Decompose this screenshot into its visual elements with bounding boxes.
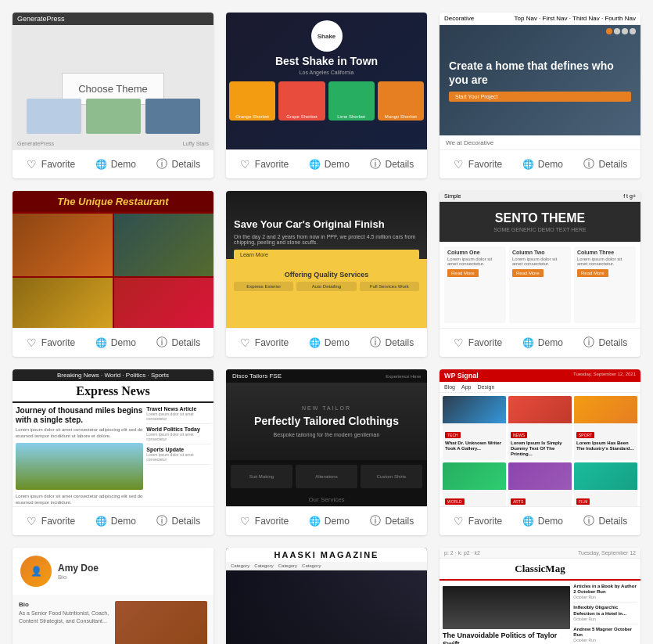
classic-sidebar-item-1: Articles in a Book by Author 2 October R… bbox=[573, 584, 637, 603]
classic-sidebar: Articles in a Book by Author 2 October R… bbox=[573, 584, 637, 644]
details-button-sento[interactable]: Details bbox=[578, 335, 632, 351]
favorite-button-expressnews[interactable]: Favorite bbox=[21, 513, 80, 529]
demo-button-shake[interactable]: Demo bbox=[304, 157, 354, 172]
theme-preview-amydoe[interactable]: 👤 Amy Doe Bio Bio As a Senior Food Nutri… bbox=[13, 548, 213, 644]
demo-button-generatepress[interactable]: Demo bbox=[91, 157, 141, 172]
favorite-button-car[interactable]: Favorite bbox=[235, 335, 293, 351]
favorite-button-decorative[interactable]: Favorite bbox=[448, 157, 507, 172]
favorite-button-shake[interactable]: Favorite bbox=[235, 157, 293, 172]
wp-nav: Blog App Design bbox=[440, 382, 640, 393]
theme-actions-sento: Favorite Demo Details bbox=[440, 328, 640, 357]
theme-preview-haaski[interactable]: HAASKI MAGAZINE Category Category Catego… bbox=[226, 548, 427, 644]
demo-button-expressnews[interactable]: Demo bbox=[91, 513, 141, 529]
theme-actions-discotailors: Favorite Demo Details bbox=[226, 506, 427, 535]
favorite-button-wpsignal[interactable]: Favorite bbox=[448, 513, 507, 529]
theme-card-sento: Simple f t g+ SENTO THEME SOME GENERIC D… bbox=[440, 191, 640, 357]
theme-actions-shake: Favorite Demo Details bbox=[226, 149, 427, 178]
details-label: Details bbox=[598, 516, 627, 527]
demo-button-discotailors[interactable]: Demo bbox=[304, 513, 354, 529]
sento-btn-1[interactable]: Read More bbox=[447, 269, 479, 277]
drink-label-2: Grape Sherbet bbox=[278, 114, 325, 119]
car-top: Save Your Car's Original Finish On the d… bbox=[226, 191, 427, 266]
details-button-wpsignal[interactable]: Details bbox=[578, 513, 632, 529]
favorite-label: Favorite bbox=[255, 337, 289, 348]
gp-preview-label: Choose Theme bbox=[78, 83, 148, 95]
car-bottom: Offering Quality Services Express Exteri… bbox=[226, 266, 427, 328]
sento-btn-2[interactable]: Read More bbox=[512, 269, 544, 277]
wp-headline-3: Lorem Ipsum Has Been The Industry's Stan… bbox=[576, 441, 635, 452]
wp-badge-1: TECH bbox=[445, 432, 461, 438]
news-headline: Journey of thousand miles begins with a … bbox=[16, 406, 143, 425]
favorite-button-sento[interactable]: Favorite bbox=[448, 335, 507, 351]
demo-button-car[interactable]: Demo bbox=[304, 335, 354, 351]
theme-preview-discotailors[interactable]: Disco Tailors FSE Experience Here New Ta… bbox=[226, 369, 427, 506]
resto-img-4 bbox=[114, 278, 214, 328]
theme-preview-expressnews[interactable]: Breaking News · World · Politics · Sport… bbox=[13, 369, 213, 506]
car-subtitle: On the day 2 and 2 years from now in PPF… bbox=[234, 234, 419, 245]
theme-preview-decorative[interactable]: Decorative Top Nav · First Nav · Third N… bbox=[440, 13, 640, 149]
demo-button-sento[interactable]: Demo bbox=[518, 335, 568, 351]
car-cta[interactable]: Learn More bbox=[234, 250, 419, 260]
favorite-button-discotailors[interactable]: Favorite bbox=[235, 513, 293, 529]
disco-headline: Perfectly Tailored Clothings bbox=[254, 414, 399, 428]
heart-icon bbox=[239, 158, 252, 171]
heart-icon bbox=[26, 158, 38, 171]
sento-col-2: Column Two Lorem ipsum dolor sit amet co… bbox=[509, 246, 571, 323]
globe-icon bbox=[522, 336, 535, 349]
theme-preview-restaurant[interactable]: The Unique Restaurant bbox=[13, 191, 213, 328]
wp-badge-6: FILM bbox=[576, 498, 590, 505]
details-button-car[interactable]: Details bbox=[364, 335, 418, 351]
drink-label-3: Lime Sherbet bbox=[328, 114, 375, 119]
demo-label: Demo bbox=[325, 337, 350, 348]
sento-col-text-2: Lorem ipsum dolor sit amet consectetur. bbox=[512, 257, 568, 266]
classic-logo: ClassicMag bbox=[515, 563, 565, 575]
gp-footer-left: GeneratePress bbox=[17, 141, 54, 146]
disco-tag: New Tailor bbox=[302, 405, 351, 411]
details-label: Details bbox=[385, 337, 414, 348]
details-button-generatepress[interactable]: Details bbox=[151, 157, 205, 172]
sento-col-title-3: Column Three bbox=[577, 250, 633, 255]
globe-icon bbox=[309, 158, 321, 171]
globe-icon bbox=[95, 158, 108, 171]
theme-card-amydoe: 👤 Amy Doe Bio Bio As a Senior Food Nutri… bbox=[13, 548, 213, 644]
wp-img-4 bbox=[443, 462, 506, 490]
theme-preview-shake[interactable]: Shake Best Shake in Town Los Angeles Cal… bbox=[226, 13, 427, 149]
classic-main-img bbox=[443, 586, 570, 629]
sento-btn-3[interactable]: Read More bbox=[577, 269, 608, 277]
favorite-button-restaurant[interactable]: Favorite bbox=[21, 335, 80, 351]
demo-button-decorative[interactable]: Demo bbox=[518, 157, 568, 172]
disco-nav: Experience Here bbox=[386, 374, 421, 379]
favorite-label: Favorite bbox=[468, 159, 502, 170]
gp-thumb-2 bbox=[86, 99, 141, 134]
details-button-decorative[interactable]: Details bbox=[578, 157, 632, 172]
drink-label-4: Mango Sherbet bbox=[378, 114, 424, 119]
info-icon bbox=[583, 158, 595, 171]
gp-footer: GeneratePress Luffy Stars bbox=[13, 141, 213, 146]
demo-button-restaurant[interactable]: Demo bbox=[91, 335, 141, 351]
details-button-shake[interactable]: Details bbox=[364, 157, 418, 172]
theme-actions-decorative: Favorite Demo Details bbox=[440, 149, 640, 178]
wp-text-3: SPORT Lorem Ipsum Has Been The Industry'… bbox=[574, 423, 637, 454]
deco-cta[interactable]: Start Your Project bbox=[449, 92, 631, 102]
wp-badge-2: NEWS bbox=[511, 432, 527, 438]
wp-headline-1: What Dr. Unknown Writer Took A Gallery..… bbox=[445, 441, 504, 452]
demo-button-wpsignal[interactable]: Demo bbox=[518, 513, 568, 529]
classic-top-bar: p: 2 · k: p2 · k2 Tuesday, September 12 bbox=[440, 548, 640, 559]
wp-top-bar: WP Signal Tuesday, September 12, 2021 bbox=[440, 369, 640, 382]
news-sh-2: World Politics Today bbox=[146, 426, 210, 432]
theme-preview-car[interactable]: Save Your Car's Original Finish On the d… bbox=[226, 191, 427, 328]
favorite-button-generatepress[interactable]: Favorite bbox=[21, 157, 80, 172]
details-button-expressnews[interactable]: Details bbox=[151, 513, 205, 529]
theme-preview-wpsignal[interactable]: WP Signal Tuesday, September 12, 2021 Bl… bbox=[440, 369, 640, 506]
details-button-discotailors[interactable]: Details bbox=[364, 513, 418, 529]
wp-text-4: WORLD Text Ever Since The Slide... bbox=[443, 490, 506, 506]
details-label: Details bbox=[171, 159, 200, 170]
wp-item-2: NEWS Lorem Ipsum Is Simply Dummy Text Of… bbox=[508, 396, 572, 460]
info-icon bbox=[369, 158, 382, 171]
avatar: 👤 bbox=[20, 556, 52, 587]
theme-preview-sento[interactable]: Simple f t g+ SENTO THEME SOME GENERIC D… bbox=[440, 191, 640, 328]
theme-preview-generatepress[interactable]: GeneratePress Choose Theme GeneratePress… bbox=[13, 13, 213, 149]
wp-img-3 bbox=[574, 396, 637, 423]
details-button-restaurant[interactable]: Details bbox=[151, 335, 205, 351]
theme-preview-classicmag[interactable]: p: 2 · k: p2 · k2 Tuesday, September 12 … bbox=[440, 548, 640, 644]
